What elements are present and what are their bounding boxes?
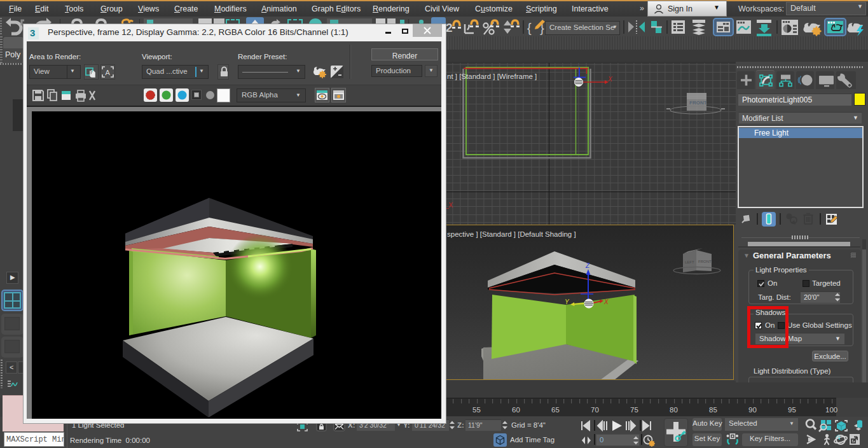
svg-text:_X: _X bbox=[444, 202, 453, 209]
svg-text:{: { bbox=[527, 21, 532, 35]
svg-text:X: X bbox=[607, 76, 612, 83]
svg-text:nt ] [Standard ] [Wireframe ]: nt ] [Standard ] [Wireframe ] bbox=[447, 73, 537, 80]
svg-text:FRONT: FRONT bbox=[689, 100, 707, 106]
svg-text:FRONT: FRONT bbox=[698, 260, 712, 263]
svg-text:LEFT: LEFT bbox=[685, 260, 694, 264]
svg-text:A: A bbox=[106, 69, 111, 76]
svg-text:2: 2 bbox=[446, 21, 453, 34]
svg-text:Z: Z bbox=[585, 262, 590, 269]
svg-text:spective ] [Standard ] [Defaul: spective ] [Standard ] [Default Shading … bbox=[447, 230, 576, 238]
svg-text:X: X bbox=[603, 298, 609, 305]
